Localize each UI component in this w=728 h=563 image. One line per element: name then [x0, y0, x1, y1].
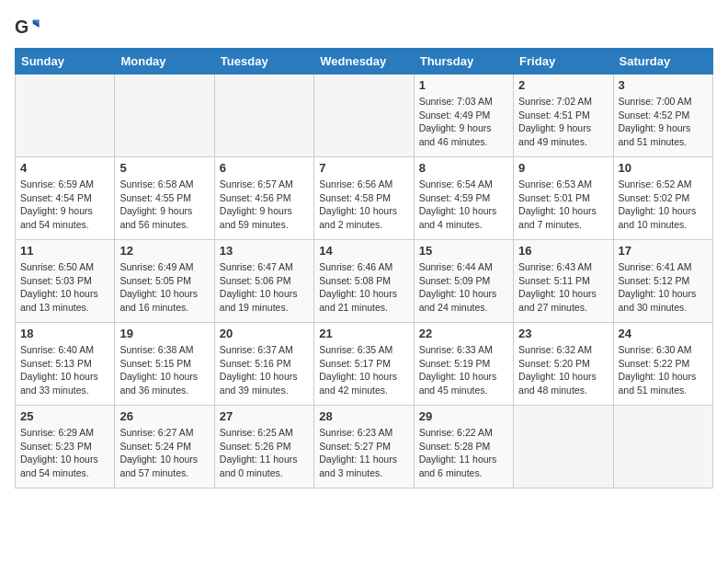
calendar-cell: 24Sunrise: 6:30 AMSunset: 5:22 PMDayligh…	[613, 323, 712, 406]
day-info: Sunrise: 6:23 AMSunset: 5:27 PMDaylight:…	[319, 426, 408, 480]
day-number: 7	[319, 161, 408, 175]
day-number: 2	[518, 78, 608, 92]
calendar-cell: 26Sunrise: 6:27 AMSunset: 5:24 PMDayligh…	[115, 406, 214, 488]
day-info: Sunrise: 6:22 AMSunset: 5:28 PMDaylight:…	[419, 426, 508, 480]
day-number: 21	[319, 327, 408, 340]
day-number: 8	[419, 161, 508, 175]
calendar-cell	[514, 406, 613, 488]
day-number: 24	[619, 327, 708, 340]
day-info: Sunrise: 6:38 AMSunset: 5:15 PMDaylight:…	[119, 343, 209, 397]
day-info: Sunrise: 6:43 AMSunset: 5:11 PMDaylight:…	[518, 260, 608, 315]
day-info: Sunrise: 6:52 AMSunset: 5:02 PMDaylight:…	[619, 178, 708, 232]
day-number: 28	[319, 409, 408, 423]
calendar-week-row: 11Sunrise: 6:50 AMSunset: 5:03 PMDayligh…	[16, 240, 713, 323]
calendar-cell: 11Sunrise: 6:50 AMSunset: 5:03 PMDayligh…	[16, 240, 115, 323]
day-number: 4	[20, 161, 109, 175]
day-info: Sunrise: 6:53 AMSunset: 5:01 PMDaylight:…	[518, 178, 608, 232]
calendar-cell: 17Sunrise: 6:41 AMSunset: 5:12 PMDayligh…	[613, 240, 712, 323]
calendar-cell	[214, 75, 313, 157]
day-number: 27	[220, 409, 309, 423]
day-info: Sunrise: 6:35 AMSunset: 5:17 PMDaylight:…	[319, 343, 408, 397]
weekday-header: Tuesday	[214, 49, 313, 75]
day-number: 12	[119, 244, 209, 258]
svg-text:G: G	[15, 17, 28, 37]
calendar-cell: 16Sunrise: 6:43 AMSunset: 5:11 PMDayligh…	[514, 240, 613, 323]
day-number: 3	[619, 78, 708, 92]
calendar-cell: 6Sunrise: 6:57 AMSunset: 4:56 PMDaylight…	[214, 157, 313, 240]
day-info: Sunrise: 6:44 AMSunset: 5:09 PMDaylight:…	[419, 260, 508, 315]
day-number: 5	[119, 161, 209, 175]
day-info: Sunrise: 6:25 AMSunset: 5:26 PMDaylight:…	[220, 426, 309, 480]
calendar-cell: 5Sunrise: 6:58 AMSunset: 4:55 PMDaylight…	[115, 157, 214, 240]
day-info: Sunrise: 7:03 AMSunset: 4:49 PMDaylight:…	[419, 95, 508, 149]
day-info: Sunrise: 6:59 AMSunset: 4:54 PMDaylight:…	[20, 178, 109, 232]
calendar-cell: 8Sunrise: 6:54 AMSunset: 4:59 PMDaylight…	[414, 157, 513, 240]
day-number: 19	[119, 327, 209, 340]
weekday-header: Saturday	[613, 49, 712, 75]
day-number: 6	[220, 161, 309, 175]
calendar-cell: 4Sunrise: 6:59 AMSunset: 4:54 PMDaylight…	[16, 157, 115, 240]
calendar-week-row: 4Sunrise: 6:59 AMSunset: 4:54 PMDaylight…	[16, 157, 713, 240]
day-info: Sunrise: 6:37 AMSunset: 5:16 PMDaylight:…	[220, 343, 309, 397]
day-info: Sunrise: 7:00 AMSunset: 4:52 PMDaylight:…	[619, 95, 708, 149]
calendar-cell	[16, 75, 115, 157]
day-info: Sunrise: 6:58 AMSunset: 4:55 PMDaylight:…	[119, 178, 209, 232]
calendar-cell: 7Sunrise: 6:56 AMSunset: 4:58 PMDaylight…	[314, 157, 414, 240]
day-number: 15	[419, 244, 508, 258]
calendar-week-row: 1Sunrise: 7:03 AMSunset: 4:49 PMDaylight…	[16, 75, 713, 157]
day-number: 13	[220, 244, 309, 258]
calendar-cell: 22Sunrise: 6:33 AMSunset: 5:19 PMDayligh…	[414, 323, 513, 406]
calendar-cell: 1Sunrise: 7:03 AMSunset: 4:49 PMDaylight…	[414, 75, 513, 157]
day-info: Sunrise: 6:32 AMSunset: 5:20 PMDaylight:…	[518, 343, 608, 397]
day-info: Sunrise: 6:47 AMSunset: 5:06 PMDaylight:…	[220, 260, 309, 315]
day-info: Sunrise: 6:40 AMSunset: 5:13 PMDaylight:…	[20, 343, 109, 397]
calendar-cell: 23Sunrise: 6:32 AMSunset: 5:20 PMDayligh…	[514, 323, 613, 406]
day-number: 29	[419, 409, 508, 423]
calendar-cell	[115, 75, 214, 157]
day-number: 9	[518, 161, 608, 175]
weekday-header: Monday	[115, 49, 214, 75]
day-number: 1	[419, 78, 508, 92]
day-number: 14	[319, 244, 408, 258]
calendar-cell: 13Sunrise: 6:47 AMSunset: 5:06 PMDayligh…	[214, 240, 313, 323]
weekday-header-row: SundayMondayTuesdayWednesdayThursdayFrid…	[16, 49, 713, 75]
calendar-cell: 14Sunrise: 6:46 AMSunset: 5:08 PMDayligh…	[314, 240, 414, 323]
day-info: Sunrise: 6:50 AMSunset: 5:03 PMDaylight:…	[20, 260, 109, 315]
day-info: Sunrise: 6:46 AMSunset: 5:08 PMDaylight:…	[319, 260, 408, 315]
calendar-cell: 18Sunrise: 6:40 AMSunset: 5:13 PMDayligh…	[16, 323, 115, 406]
calendar-cell: 21Sunrise: 6:35 AMSunset: 5:17 PMDayligh…	[314, 323, 414, 406]
calendar-cell: 15Sunrise: 6:44 AMSunset: 5:09 PMDayligh…	[414, 240, 513, 323]
calendar-cell: 10Sunrise: 6:52 AMSunset: 5:02 PMDayligh…	[613, 157, 712, 240]
calendar-week-row: 25Sunrise: 6:29 AMSunset: 5:23 PMDayligh…	[16, 406, 713, 488]
calendar-table: SundayMondayTuesdayWednesdayThursdayFrid…	[15, 48, 713, 488]
day-info: Sunrise: 6:56 AMSunset: 4:58 PMDaylight:…	[319, 178, 408, 232]
day-info: Sunrise: 6:33 AMSunset: 5:19 PMDaylight:…	[419, 343, 508, 397]
calendar-cell: 12Sunrise: 6:49 AMSunset: 5:05 PMDayligh…	[115, 240, 214, 323]
day-info: Sunrise: 6:29 AMSunset: 5:23 PMDaylight:…	[20, 426, 109, 480]
day-number: 10	[619, 161, 708, 175]
calendar-cell: 27Sunrise: 6:25 AMSunset: 5:26 PMDayligh…	[214, 406, 313, 488]
day-number: 26	[119, 409, 209, 423]
day-number: 25	[20, 409, 109, 423]
calendar-cell: 19Sunrise: 6:38 AMSunset: 5:15 PMDayligh…	[115, 323, 214, 406]
weekday-header: Wednesday	[314, 49, 414, 75]
day-info: Sunrise: 7:02 AMSunset: 4:51 PMDaylight:…	[518, 95, 608, 149]
calendar-cell: 29Sunrise: 6:22 AMSunset: 5:28 PMDayligh…	[414, 406, 513, 488]
calendar-cell: 3Sunrise: 7:00 AMSunset: 4:52 PMDaylight…	[613, 75, 712, 157]
day-info: Sunrise: 6:27 AMSunset: 5:24 PMDaylight:…	[119, 426, 209, 480]
logo: G	[15, 15, 44, 40]
logo-icon: G	[15, 15, 40, 40]
page-header: G	[15, 15, 713, 40]
day-number: 16	[518, 244, 608, 258]
day-number: 18	[20, 327, 109, 340]
calendar-week-row: 18Sunrise: 6:40 AMSunset: 5:13 PMDayligh…	[16, 323, 713, 406]
day-info: Sunrise: 6:57 AMSunset: 4:56 PMDaylight:…	[220, 178, 309, 232]
day-number: 17	[619, 244, 708, 258]
calendar-cell: 2Sunrise: 7:02 AMSunset: 4:51 PMDaylight…	[514, 75, 613, 157]
weekday-header: Thursday	[414, 49, 513, 75]
day-number: 20	[220, 327, 309, 340]
calendar-cell: 28Sunrise: 6:23 AMSunset: 5:27 PMDayligh…	[314, 406, 414, 488]
day-info: Sunrise: 6:30 AMSunset: 5:22 PMDaylight:…	[619, 343, 708, 397]
day-info: Sunrise: 6:49 AMSunset: 5:05 PMDaylight:…	[119, 260, 209, 315]
weekday-header: Sunday	[16, 49, 115, 75]
